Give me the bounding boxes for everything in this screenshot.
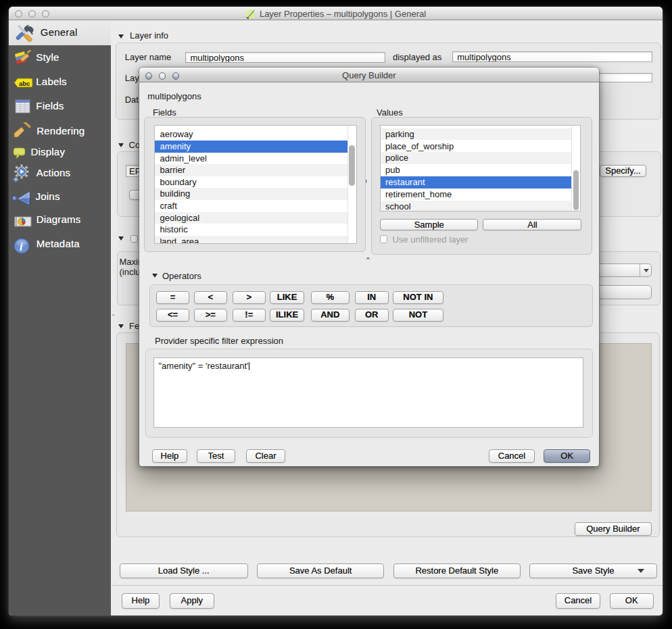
svg-text:i: i (20, 241, 23, 253)
svg-text:abc: abc (19, 80, 30, 87)
